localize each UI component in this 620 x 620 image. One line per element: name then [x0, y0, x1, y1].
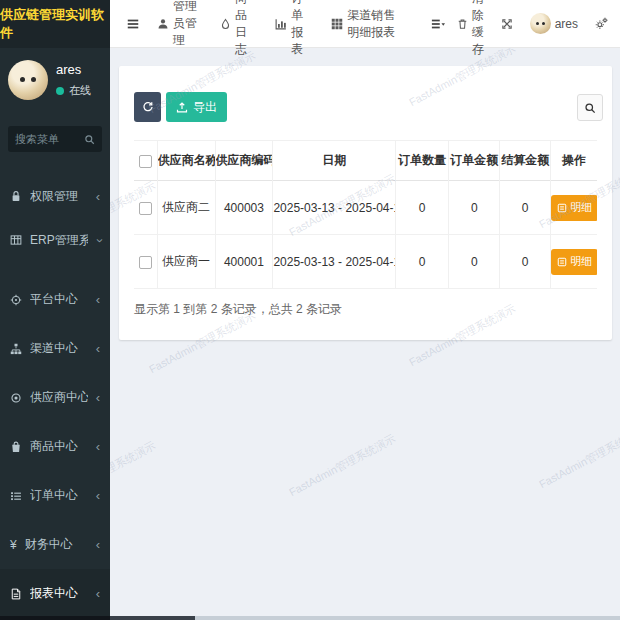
sidebar-item-supplier-center[interactable]: 供应商中心 ‹ [0, 373, 110, 422]
crosshair-icon [10, 294, 22, 306]
supplier-code-cell: 400003 [215, 181, 273, 235]
sidebar: ares 在线 权限管理 ‹ [0, 48, 110, 620]
chevron-left-icon: ‹ [96, 342, 100, 355]
column-header[interactable]: 结算金额 [500, 141, 551, 181]
refresh-icon [142, 101, 154, 113]
hamburger-icon [126, 17, 140, 31]
search-icon [584, 102, 596, 114]
sidebar-user-info: ares 在线 [56, 62, 91, 98]
sidebar-item-finance-center[interactable]: ¥ 财务中心 ‹ [0, 520, 110, 569]
sidebar-item-erp-system[interactable]: ERP管理系统 ‹ [0, 218, 110, 262]
sidebar-item-order-center[interactable]: 订单中心 ‹ [0, 471, 110, 520]
avatar [530, 13, 551, 34]
select-all-checkbox[interactable] [139, 155, 152, 168]
sidebar-item-permissions[interactable]: 权限管理 ‹ [0, 174, 110, 218]
tab-label: 商品日志 [235, 0, 257, 58]
list-caret-icon [430, 17, 446, 31]
sidebar-submenu: 平台中心 ‹ 渠道中心 ‹ 供应商中心 ‹ 商 [0, 262, 110, 618]
tab-order-report[interactable]: 订单报表 [266, 0, 322, 48]
clear-cache-button[interactable]: 清除缓存 [455, 0, 486, 48]
sidebar-item-report-center[interactable]: 报表中心 ‹ [0, 569, 110, 618]
column-header[interactable]: 订单数量 [396, 141, 449, 181]
shopping-bag-icon [10, 441, 22, 453]
tab-channel-sales-report[interactable]: 渠道销售明细报表 [322, 0, 406, 48]
column-header[interactable]: 供应商编码 [215, 141, 273, 181]
settlement-amount-cell: 0 [500, 181, 551, 235]
supplier-name-cell: 供应商一 [157, 235, 215, 289]
column-header[interactable]: 供应商名称 [157, 141, 215, 181]
online-status-label: 在线 [69, 83, 91, 98]
horizontal-scrollbar-track [195, 616, 620, 620]
upload-icon [176, 101, 188, 113]
detail-label: 明细 [570, 254, 592, 269]
brand-title[interactable]: 供应链管理实训软件 [0, 0, 110, 48]
export-button[interactable]: 导出 [166, 92, 227, 122]
column-header[interactable]: 操作 [551, 141, 597, 181]
order-count-cell: 0 [396, 181, 449, 235]
top-navbar: 管理员管理 商品日志 订单报表 渠道销售明细报表 [110, 0, 620, 48]
column-header[interactable]: 日期 [273, 141, 396, 181]
detail-button[interactable]: 明细 [551, 249, 597, 275]
refresh-button[interactable] [134, 92, 161, 122]
horizontal-scrollbar-thumb[interactable] [110, 616, 195, 620]
user-status: 在线 [56, 83, 91, 98]
sidebar-menu: 权限管理 ‹ ERP管理系统 ‹ [0, 174, 110, 262]
grid-icon [331, 18, 343, 30]
sidebar-item-channel-center[interactable]: 渠道中心 ‹ [0, 324, 110, 373]
order-amount-cell: 0 [449, 181, 500, 235]
table-header-row: 供应商名称 供应商编码 日期 订单数量 订单金额 结算金额 操作 [134, 141, 597, 181]
detail-list-icon [557, 257, 567, 267]
window-bottom-edge [0, 616, 110, 620]
chevron-left-icon: ‹ [96, 587, 100, 600]
tabs-dropdown-button[interactable] [421, 0, 455, 48]
username: ares [555, 17, 578, 31]
avatar [8, 60, 48, 100]
sidebar-item-label: 供应商中心 [30, 389, 88, 406]
table-icon [10, 234, 22, 246]
sidebar-item-label: 平台中心 [30, 291, 88, 308]
cogs-icon [595, 17, 608, 30]
expand-arrows-icon [501, 18, 513, 30]
chevron-left-icon: ‹ [96, 440, 100, 453]
date-range-cell: 2025-03-13 - 2025-04-13 [273, 235, 396, 289]
sidebar-item-platform-center[interactable]: 平台中心 ‹ [0, 275, 110, 324]
sidebar-item-label: 报表中心 [30, 585, 88, 602]
detail-list-icon [557, 203, 567, 213]
table-search-button[interactable] [577, 94, 603, 121]
row-checkbox[interactable] [139, 202, 152, 215]
file-text-icon [10, 588, 22, 600]
detail-button[interactable]: 明细 [551, 195, 597, 221]
sidebar-item-label: 渠道中心 [30, 340, 88, 357]
bar-chart-icon [275, 18, 287, 30]
tint-icon [220, 18, 231, 30]
row-checkbox[interactable] [139, 256, 152, 269]
column-header[interactable]: 订单金额 [449, 141, 500, 181]
user-menu[interactable]: ares [528, 0, 580, 48]
search-icon[interactable] [84, 134, 95, 145]
settings-button[interactable] [593, 0, 610, 48]
top-bar: 供应链管理实训软件 管理员管理 商品日志 [0, 0, 620, 48]
tab-label: 管理员管理 [173, 0, 202, 49]
tab-admin-manage[interactable]: 管理员管理 [148, 0, 211, 48]
menu-search-input[interactable] [15, 133, 84, 145]
sidebar-item-label: 商品中心 [30, 438, 88, 455]
sidebar-item-label: 权限管理 [30, 188, 88, 205]
chevron-left-icon: ‹ [96, 391, 100, 404]
sidebar-item-goods-center[interactable]: 商品中心 ‹ [0, 422, 110, 471]
yen-icon: ¥ [10, 538, 17, 552]
sidebar-item-label: ERP管理系统 [30, 232, 88, 249]
sidebar-user-panel: ares 在线 [0, 48, 110, 112]
fullscreen-button[interactable] [499, 0, 515, 48]
lock-icon [10, 190, 22, 202]
order-count-cell: 0 [396, 235, 449, 289]
table-row: 供应商一 400001 2025-03-13 - 2025-04-13 0 0 … [134, 235, 597, 289]
chevron-left-icon: ‹ [96, 293, 100, 306]
sidebar-item-label: 财务中心 [25, 536, 88, 553]
online-dot-icon [56, 87, 64, 95]
sidebar-username: ares [56, 62, 91, 77]
chevron-down-icon: ‹ [91, 238, 104, 242]
tab-label: 订单报表 [291, 0, 313, 58]
tab-goods-log[interactable]: 商品日志 [211, 0, 266, 48]
report-panel: 导出 供应商名称 供应商编码 [119, 66, 612, 340]
sidebar-toggle-button[interactable] [118, 0, 148, 48]
